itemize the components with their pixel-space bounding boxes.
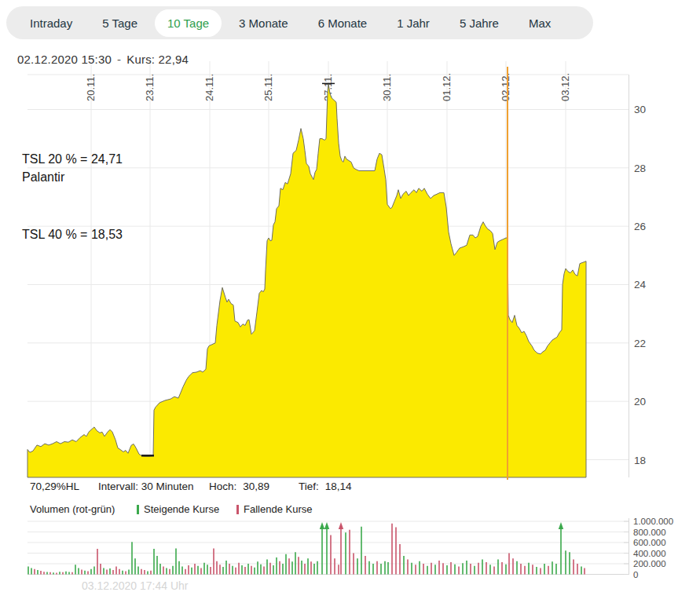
quote-datetime: 02.12.2020 15:30: [17, 53, 112, 66]
volume-bar-clipped-arrow-icon: [339, 522, 343, 529]
volume-axis-label: 600.000: [633, 538, 666, 547]
stat-range-hl: 70,29%HL: [30, 481, 79, 492]
up-volume-swatch-icon: [137, 505, 139, 514]
volume-legend-down: Fallende Kurse: [236, 503, 312, 515]
stat-high: Hoch:30,89: [209, 481, 269, 492]
tab-5-tage[interactable]: 5 Tage: [90, 9, 150, 37]
volume-axis-label: 200.000: [633, 559, 666, 568]
date-axis-label: 02.12.: [500, 73, 511, 101]
price-axis-label: 20: [634, 396, 646, 407]
volume-bar-clipped-arrow-icon: [559, 522, 563, 529]
tab-10-tage[interactable]: 10 Tage: [155, 9, 222, 37]
date-axis-label: 30.11.: [381, 74, 393, 101]
volume-bar-clipped-arrow-icon: [324, 522, 329, 529]
tab-max[interactable]: Max: [516, 9, 563, 37]
volume-legend-down-label: Fallende Kurse: [244, 503, 312, 515]
quote-separator: -: [117, 53, 121, 66]
tab-5-jahre[interactable]: 5 Jahre: [447, 9, 511, 37]
tab-6-monate[interactable]: 6 Monate: [306, 9, 380, 37]
stat-high-value: 30,89: [243, 481, 269, 492]
annotation-tsl40: TSL 40 % = 18,53: [22, 228, 123, 242]
volume-axis-label: 0: [633, 570, 638, 579]
tab-intraday[interactable]: Intraday: [17, 9, 85, 37]
volume-legend-title: Volumen (rot-grün): [30, 503, 115, 515]
annotation-tsl20: TSL 20 % = 24,71: [22, 152, 123, 166]
price-area-series: [27, 83, 586, 477]
annotation-instrument: Palantir: [22, 170, 64, 185]
date-axis-label: 01.12.: [441, 73, 453, 101]
price-axis-label: 30: [634, 104, 646, 115]
tab-1-jahr[interactable]: 1 Jahr: [384, 9, 442, 37]
stock-chart-widget: 1820222426283020.11.23.11.24.11.25.11.27…: [0, 0, 700, 592]
quote-price: Kurs: 22,94: [126, 53, 189, 66]
price-axis-label: 28: [634, 163, 646, 174]
price-axis-label: 26: [634, 221, 646, 232]
date-axis-label: 23.11.: [144, 74, 156, 101]
quote-header: 02.12.2020 15:30-Kurs: 22,94: [17, 53, 189, 66]
tab-3-monate[interactable]: 3 Monate: [226, 9, 301, 37]
volume-legend-up: Steigende Kurse: [137, 503, 219, 515]
date-axis-label: 20.11.: [85, 74, 97, 101]
volume-axis-label: 1.000.000: [633, 517, 673, 526]
stat-low-label: Tief:: [299, 481, 319, 492]
date-axis-label: 24.11.: [203, 74, 215, 101]
stat-low-value: 18,14: [325, 481, 352, 492]
footer-timestamp: 03.12.2020 17:44 Uhr: [82, 579, 188, 592]
stat-interval: Intervall: 30 Minuten: [98, 481, 194, 492]
price-axis-label: 18: [634, 455, 646, 466]
stat-low: Tief:18,14: [299, 481, 352, 492]
date-axis-label: 03.12.: [559, 73, 571, 101]
stat-high-label: Hoch:: [209, 481, 236, 492]
volume-axis-label: 400.000: [633, 549, 666, 558]
price-axis-label: 24: [634, 279, 647, 291]
volume-axis-label: 800.000: [633, 528, 666, 537]
volume-legend-up-label: Steigende Kurse: [144, 503, 219, 515]
down-volume-swatch-icon: [236, 505, 239, 514]
date-axis-label: 25.11.: [262, 74, 274, 101]
price-axis-label: 22: [634, 338, 646, 349]
volume-bar-clipped-arrow-icon: [320, 522, 324, 529]
range-tabbar: Intraday 5 Tage 10 Tage 3 Monate 6 Monat…: [6, 6, 593, 39]
